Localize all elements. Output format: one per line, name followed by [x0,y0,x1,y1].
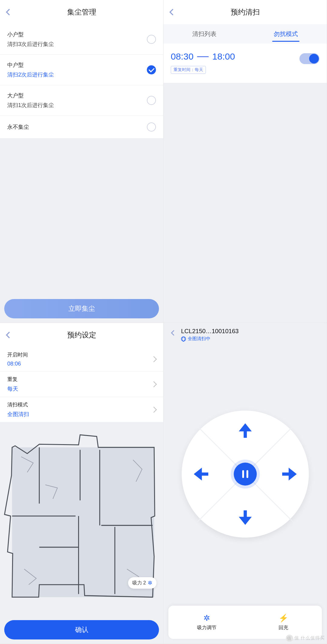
fan-icon: ✲ [203,613,210,623]
option-title: 大户型 [7,92,54,99]
arrow-right-button[interactable] [279,464,299,484]
page-title: 预约清扫 [231,7,260,17]
pause-button[interactable] [234,463,257,486]
page-title: 预约设定 [67,330,96,340]
collect-now-button[interactable]: 立即集尘 [4,299,159,318]
suction-adjust-button[interactable]: ✲ 吸力调节 [168,606,245,639]
recharge-button[interactable]: ⚡ 回充 [245,606,322,639]
floor-map[interactable]: 吸力 2 ✲ [0,422,163,616]
option-sub: 清扫3次后进行集尘 [7,41,54,48]
tab-dnd-mode[interactable]: 勿扰模式 [245,24,327,44]
page-title: 集尘管理 [67,7,96,17]
radio-checked[interactable] [147,65,156,74]
row-value: 08:06 [7,361,28,367]
back-button[interactable] [4,8,12,16]
dust-option-never[interactable]: 永不集尘 [0,116,163,138]
option-sub: 清扫2次后进行集尘 [7,71,54,78]
header: 预约设定 [0,323,163,347]
pause-icon [246,470,248,478]
option-title: 小户型 [7,31,54,38]
range-dash-icon [197,56,209,57]
dust-option-small[interactable]: 小户型 清扫3次后进行集尘 [0,24,163,55]
tab-clean-list[interactable]: 清扫列表 [164,24,245,44]
dust-option-large[interactable]: 大户型 清扫1次后进行集尘 [0,85,163,116]
repeat-pill: 重复时间：每天 [171,66,206,74]
arrow-down-button[interactable] [236,507,255,527]
suction-label: 吸力 2 [132,580,146,586]
row-label: 清扫模式 [7,401,29,408]
row-label: 重复 [7,376,18,383]
dnd-toggle[interactable] [299,53,319,64]
confirm-button[interactable]: 确认 [4,620,159,639]
row-value: 全图清扫 [7,411,29,418]
device-status: 全图清扫中 [181,336,239,342]
dust-options-list: 小户型 清扫3次后进行集尘 中户型 清扫2次后进行集尘 大户型 清扫1次后进行集… [0,24,163,138]
chevron-right-icon [151,407,157,413]
header: 预约清扫 [164,0,327,24]
dnd-time-range[interactable]: 08:30 18:00 [171,51,235,62]
radio-unchecked[interactable] [147,35,156,44]
globe-icon [181,337,186,341]
dnd-card: 08:30 18:00 重复时间：每天 [164,44,327,83]
chevron-right-icon [151,356,157,362]
chevron-right-icon [151,381,157,387]
suction-chip[interactable]: 吸力 2 ✲ [128,577,157,589]
option-title: 中户型 [7,61,54,69]
radio-unchecked[interactable] [147,96,156,105]
back-button[interactable] [170,330,176,336]
row-label: 开启时间 [7,351,28,358]
direction-pad [182,411,309,538]
dnd-end: 18:00 [212,51,235,62]
radio-unchecked[interactable] [147,122,156,132]
charge-icon: ⚡ [279,613,288,623]
back-button[interactable] [168,8,176,16]
header: 集尘管理 [0,0,163,24]
row-clean-mode[interactable]: 清扫模式 全图清扫 [0,397,163,422]
arrow-left-button[interactable] [191,464,212,484]
fan-icon: ✲ [148,580,152,586]
row-start-time[interactable]: 开启时间 08:06 [0,347,163,372]
option-sub: 清扫1次后进行集尘 [7,102,54,109]
option-title: 永不集尘 [7,123,29,131]
row-value: 每天 [7,385,18,392]
tab-bar: 清扫列表 勿扰模式 [164,24,327,44]
arrow-up-button[interactable] [236,421,255,441]
bottom-bar: ✲ 吸力调节 ⚡ 回充 [168,606,322,639]
dust-option-medium[interactable]: 中户型 清扫2次后进行集尘 [0,55,163,85]
header: LCL2150…10010163 全图清扫中 [164,323,327,347]
pause-icon [242,470,244,478]
back-button[interactable] [4,331,12,339]
row-repeat[interactable]: 重复 每天 [0,372,163,397]
device-name: LCL2150…10010163 [181,328,239,335]
dnd-start: 08:30 [171,51,193,62]
